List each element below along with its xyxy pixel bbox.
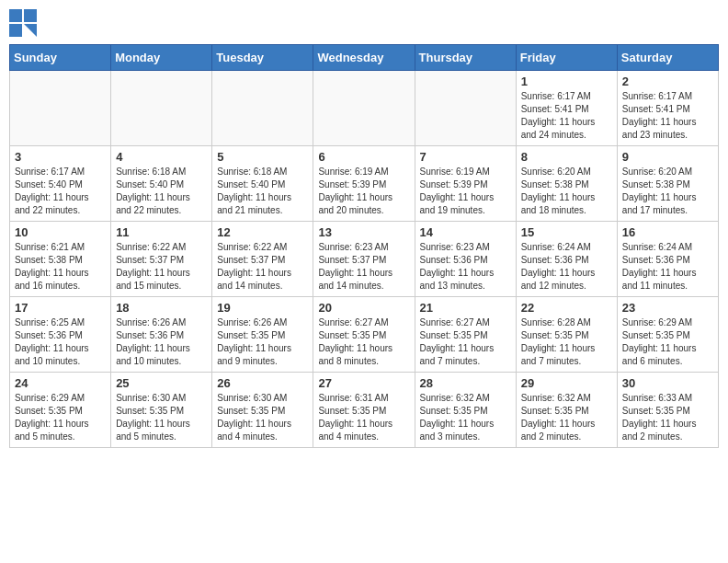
day-number: 1	[521, 75, 612, 88]
calendar-table: SundayMondayTuesdayWednesdayThursdayFrid…	[9, 44, 719, 448]
calendar-week-row: 3Sunrise: 6:17 AM Sunset: 5:40 PM Daylig…	[10, 146, 719, 222]
calendar-cell: 21Sunrise: 6:27 AM Sunset: 5:35 PM Dayli…	[415, 297, 516, 373]
day-info: Sunrise: 6:26 AM Sunset: 5:36 PM Dayligh…	[116, 316, 207, 368]
calendar-cell: 4Sunrise: 6:18 AM Sunset: 5:40 PM Daylig…	[111, 146, 212, 222]
calendar-cell: 2Sunrise: 6:17 AM Sunset: 5:41 PM Daylig…	[617, 71, 718, 146]
calendar-cell: 9Sunrise: 6:20 AM Sunset: 5:38 PM Daylig…	[617, 146, 718, 222]
svg-rect-1	[24, 9, 37, 22]
day-info: Sunrise: 6:18 AM Sunset: 5:40 PM Dayligh…	[217, 166, 308, 217]
header	[9, 9, 719, 37]
day-info: Sunrise: 6:17 AM Sunset: 5:40 PM Dayligh…	[15, 166, 106, 217]
day-number: 17	[15, 301, 106, 315]
day-info: Sunrise: 6:31 AM Sunset: 5:35 PM Dayligh…	[318, 392, 409, 443]
calendar-cell: 1Sunrise: 6:17 AM Sunset: 5:41 PM Daylig…	[516, 71, 617, 146]
day-info: Sunrise: 6:32 AM Sunset: 5:35 PM Dayligh…	[521, 392, 612, 443]
calendar-body: 1Sunrise: 6:17 AM Sunset: 5:41 PM Daylig…	[10, 71, 719, 448]
calendar-cell: 11Sunrise: 6:22 AM Sunset: 5:37 PM Dayli…	[111, 222, 212, 297]
svg-rect-0	[9, 9, 22, 22]
calendar-week-row: 1Sunrise: 6:17 AM Sunset: 5:41 PM Daylig…	[10, 71, 719, 146]
calendar-week-row: 10Sunrise: 6:21 AM Sunset: 5:38 PM Dayli…	[10, 222, 719, 297]
day-info: Sunrise: 6:20 AM Sunset: 5:38 PM Dayligh…	[521, 166, 612, 217]
day-info: Sunrise: 6:19 AM Sunset: 5:39 PM Dayligh…	[420, 166, 511, 217]
calendar-header-day: Tuesday	[212, 45, 313, 71]
day-number: 5	[217, 150, 308, 164]
day-info: Sunrise: 6:18 AM Sunset: 5:40 PM Dayligh…	[116, 166, 207, 217]
day-info: Sunrise: 6:20 AM Sunset: 5:38 PM Dayligh…	[622, 166, 713, 217]
calendar-cell: 18Sunrise: 6:26 AM Sunset: 5:36 PM Dayli…	[111, 297, 212, 373]
day-info: Sunrise: 6:26 AM Sunset: 5:35 PM Dayligh…	[217, 316, 308, 368]
day-info: Sunrise: 6:24 AM Sunset: 5:36 PM Dayligh…	[622, 241, 713, 293]
calendar-header-day: Saturday	[617, 45, 718, 71]
day-number: 6	[318, 150, 409, 164]
day-number: 18	[116, 301, 207, 315]
calendar-cell: 5Sunrise: 6:18 AM Sunset: 5:40 PM Daylig…	[212, 146, 313, 222]
day-number: 21	[420, 301, 511, 315]
day-number: 26	[217, 376, 308, 390]
day-number: 23	[622, 301, 713, 315]
day-number: 2	[622, 75, 713, 88]
calendar-cell: 3Sunrise: 6:17 AM Sunset: 5:40 PM Daylig…	[10, 146, 111, 222]
day-number: 12	[217, 225, 308, 239]
calendar-cell: 12Sunrise: 6:22 AM Sunset: 5:37 PM Dayli…	[212, 222, 313, 297]
day-info: Sunrise: 6:21 AM Sunset: 5:38 PM Dayligh…	[15, 241, 106, 293]
logo	[9, 9, 40, 37]
calendar-cell: 16Sunrise: 6:24 AM Sunset: 5:36 PM Dayli…	[617, 222, 718, 297]
day-info: Sunrise: 6:27 AM Sunset: 5:35 PM Dayligh…	[318, 316, 409, 368]
day-number: 24	[15, 376, 106, 390]
calendar-cell: 29Sunrise: 6:32 AM Sunset: 5:35 PM Dayli…	[516, 373, 617, 448]
calendar-cell: 19Sunrise: 6:26 AM Sunset: 5:35 PM Dayli…	[212, 297, 313, 373]
day-number: 16	[622, 225, 713, 239]
calendar-cell: 25Sunrise: 6:30 AM Sunset: 5:35 PM Dayli…	[111, 373, 212, 448]
day-info: Sunrise: 6:19 AM Sunset: 5:39 PM Dayligh…	[318, 166, 409, 217]
day-info: Sunrise: 6:22 AM Sunset: 5:37 PM Dayligh…	[217, 241, 308, 293]
day-number: 14	[420, 225, 511, 239]
day-number: 20	[318, 301, 409, 315]
day-info: Sunrise: 6:17 AM Sunset: 5:41 PM Dayligh…	[622, 90, 713, 142]
day-number: 30	[622, 376, 713, 390]
calendar-cell: 23Sunrise: 6:29 AM Sunset: 5:35 PM Dayli…	[617, 297, 718, 373]
calendar-cell: 28Sunrise: 6:32 AM Sunset: 5:35 PM Dayli…	[415, 373, 516, 448]
day-number: 4	[116, 150, 207, 164]
day-info: Sunrise: 6:23 AM Sunset: 5:36 PM Dayligh…	[420, 241, 511, 293]
calendar-cell: 10Sunrise: 6:21 AM Sunset: 5:38 PM Dayli…	[10, 222, 111, 297]
day-info: Sunrise: 6:28 AM Sunset: 5:35 PM Dayligh…	[521, 316, 612, 368]
day-info: Sunrise: 6:24 AM Sunset: 5:36 PM Dayligh…	[521, 241, 612, 293]
day-info: Sunrise: 6:29 AM Sunset: 5:35 PM Dayligh…	[622, 316, 713, 368]
calendar-cell	[313, 71, 415, 146]
day-info: Sunrise: 6:32 AM Sunset: 5:35 PM Dayligh…	[420, 392, 511, 443]
calendar-cell: 15Sunrise: 6:24 AM Sunset: 5:36 PM Dayli…	[516, 222, 617, 297]
calendar-cell: 27Sunrise: 6:31 AM Sunset: 5:35 PM Dayli…	[313, 373, 415, 448]
calendar-header-day: Sunday	[10, 45, 111, 71]
calendar-header-day: Wednesday	[313, 45, 415, 71]
day-number: 9	[622, 150, 713, 164]
calendar-cell	[212, 71, 313, 146]
calendar-cell: 30Sunrise: 6:33 AM Sunset: 5:35 PM Dayli…	[617, 373, 718, 448]
calendar-cell: 24Sunrise: 6:29 AM Sunset: 5:35 PM Dayli…	[10, 373, 111, 448]
calendar-cell: 13Sunrise: 6:23 AM Sunset: 5:37 PM Dayli…	[313, 222, 415, 297]
day-number: 19	[217, 301, 308, 315]
day-number: 11	[116, 225, 207, 239]
day-info: Sunrise: 6:30 AM Sunset: 5:35 PM Dayligh…	[217, 392, 308, 443]
day-number: 8	[521, 150, 612, 164]
day-info: Sunrise: 6:17 AM Sunset: 5:41 PM Dayligh…	[521, 90, 612, 142]
day-number: 25	[116, 376, 207, 390]
day-info: Sunrise: 6:22 AM Sunset: 5:37 PM Dayligh…	[116, 241, 207, 293]
day-number: 3	[15, 150, 106, 164]
calendar-header-row: SundayMondayTuesdayWednesdayThursdayFrid…	[10, 45, 719, 71]
day-info: Sunrise: 6:25 AM Sunset: 5:36 PM Dayligh…	[15, 316, 106, 368]
calendar-cell: 20Sunrise: 6:27 AM Sunset: 5:35 PM Dayli…	[313, 297, 415, 373]
day-number: 27	[318, 376, 409, 390]
day-info: Sunrise: 6:33 AM Sunset: 5:35 PM Dayligh…	[622, 392, 713, 443]
day-number: 10	[15, 225, 106, 239]
day-number: 22	[521, 301, 612, 315]
day-info: Sunrise: 6:29 AM Sunset: 5:35 PM Dayligh…	[15, 392, 106, 443]
calendar-cell: 7Sunrise: 6:19 AM Sunset: 5:39 PM Daylig…	[415, 146, 516, 222]
calendar-week-row: 17Sunrise: 6:25 AM Sunset: 5:36 PM Dayli…	[10, 297, 719, 373]
svg-marker-3	[24, 24, 37, 37]
calendar-cell	[10, 71, 111, 146]
calendar-cell: 22Sunrise: 6:28 AM Sunset: 5:35 PM Dayli…	[516, 297, 617, 373]
svg-rect-2	[9, 24, 22, 37]
calendar-cell: 6Sunrise: 6:19 AM Sunset: 5:39 PM Daylig…	[313, 146, 415, 222]
calendar-header-day: Friday	[516, 45, 617, 71]
day-info: Sunrise: 6:27 AM Sunset: 5:35 PM Dayligh…	[420, 316, 511, 368]
